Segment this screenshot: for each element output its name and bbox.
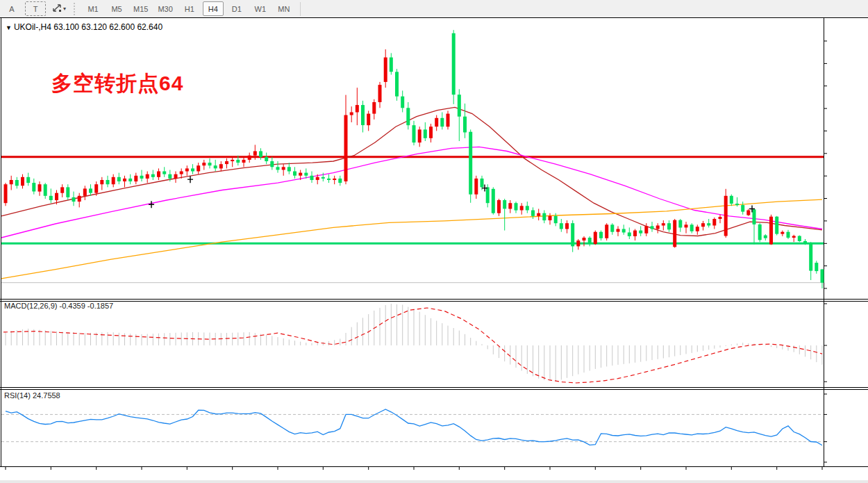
rsi-value: 24.7558: [33, 391, 60, 400]
chart-annotation-text[interactable]: 多空转折点64: [51, 69, 183, 98]
macd-values: -0.4359 -0.1857: [59, 302, 113, 310]
rsi-indicator-label: RSI(14) 24.7558: [4, 391, 60, 400]
macd-indicator-label: MACD(12,26,9) -0.4359 -0.1857: [4, 302, 113, 310]
symbol-ohlc: 63.100 63.120 62.600 62.640: [53, 22, 162, 32]
collapse-triangle-icon[interactable]: ▼: [6, 24, 12, 31]
symbol-header: ▼UKOil-,H4 63.100 63.120 62.600 62.640: [6, 22, 162, 32]
symbol-name: UKOil-,H4: [14, 22, 51, 32]
